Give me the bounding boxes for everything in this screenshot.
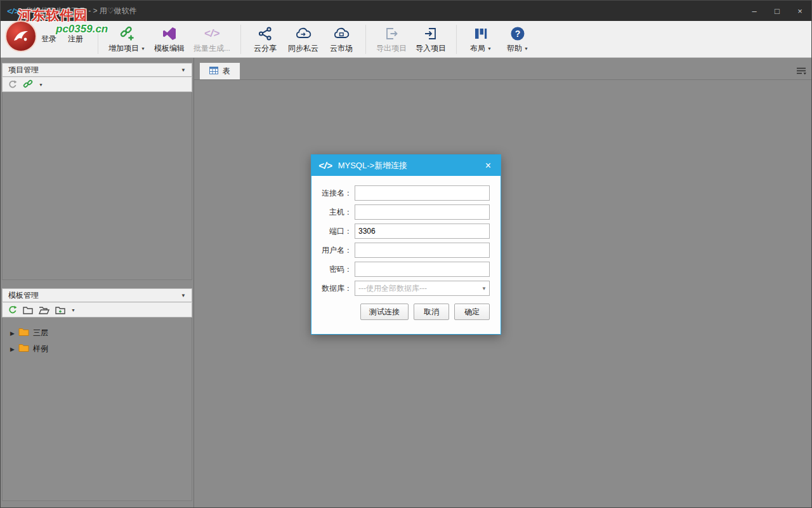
export-project-button: 导出项目: [372, 22, 411, 57]
cancel-button[interactable]: 取消: [414, 304, 449, 320]
folder-icon: [18, 328, 29, 338]
toolbar-separator: [240, 25, 241, 54]
link-connection-icon[interactable]: [23, 79, 33, 90]
project-panel-header[interactable]: 项目管理 ▼: [2, 63, 192, 77]
connection-name-label: 连接名：: [318, 188, 355, 199]
template-edit-button[interactable]: 模板编辑: [150, 22, 189, 57]
button-label: 导入项目: [416, 43, 446, 54]
dialog-title: MYSQL->新增连接: [338, 160, 407, 171]
template-panel-toolbar: ▼: [2, 302, 192, 318]
dialog-titlebar: </> MYSQL->新增连接 ×: [311, 155, 501, 176]
folder-icon: [18, 344, 29, 354]
visual-studio-icon: [162, 24, 177, 43]
minimize-icon[interactable]: –: [743, 1, 766, 21]
refresh-icon[interactable]: [8, 305, 17, 314]
help-button[interactable]: ? 帮助▼: [499, 22, 536, 57]
password-label: 密码：: [318, 264, 355, 275]
project-panel-toolbar: ▼: [2, 77, 192, 92]
toolbar-separator: [456, 25, 457, 54]
port-input[interactable]: [355, 224, 490, 239]
tab-label: 表: [223, 66, 230, 77]
ok-button[interactable]: 确定: [454, 304, 490, 320]
chevron-down-icon[interactable]: ▼: [39, 83, 43, 87]
test-connection-button[interactable]: 测试连接: [360, 304, 409, 320]
layout-grid-icon: [474, 24, 488, 43]
auth-area: 登录 注册: [41, 34, 83, 44]
refresh-icon[interactable]: [8, 80, 17, 89]
template-panel: 模板管理 ▼ ▼: [2, 288, 192, 501]
database-select[interactable]: ---使用全部数据库--- ▼: [355, 281, 490, 296]
button-label: 模板编辑: [154, 43, 185, 54]
chevron-down-icon: ▼: [141, 46, 145, 51]
tab-list-menu-icon[interactable]: [796, 67, 806, 77]
panel-title: 项目管理: [8, 65, 39, 76]
document-area[interactable]: [194, 80, 811, 507]
tree-item-label: 样例: [33, 344, 48, 354]
button-label: 同步私云: [288, 43, 318, 54]
help-icon: ?: [510, 24, 525, 43]
app-logo-icon: </>: [7, 6, 19, 16]
username-label: 用户名：: [318, 245, 355, 256]
username-input[interactable]: [355, 243, 490, 258]
button-label: 云市场: [330, 43, 353, 54]
expand-icon[interactable]: ▶: [10, 330, 15, 337]
expand-icon[interactable]: ▶: [10, 346, 15, 352]
code-icon: </>: [204, 24, 220, 43]
host-input[interactable]: [355, 204, 490, 220]
import-icon: [424, 24, 438, 43]
window-title: 华软代码生成工具 - > 用♡做软件: [25, 6, 137, 17]
login-button[interactable]: 登录: [41, 34, 56, 44]
cloud-sync-icon: [295, 24, 311, 43]
field-row: 主机：: [318, 204, 490, 220]
port-label: 端口：: [318, 226, 355, 237]
svg-text:?: ?: [515, 29, 521, 39]
tree-item-sample[interactable]: ▶ 样例: [3, 341, 192, 357]
layout-button[interactable]: 布局▼: [462, 22, 499, 57]
project-panel: 项目管理 ▼ ▼: [2, 63, 192, 280]
add-link-icon: [119, 24, 134, 43]
open-folder-icon[interactable]: [39, 306, 49, 314]
cloud-market-button[interactable]: 云市场: [323, 22, 360, 57]
register-button[interactable]: 注册: [68, 34, 83, 44]
folder-add-icon[interactable]: [55, 306, 65, 314]
toolbar-separator: [98, 25, 98, 54]
tab-table[interactable]: 表: [199, 62, 240, 79]
dialog-actions: 测试连接 取消 确定: [318, 304, 490, 320]
connection-name-input[interactable]: [355, 185, 490, 201]
dialog-close-icon[interactable]: ×: [483, 159, 494, 172]
button-label: 帮助: [507, 43, 522, 54]
database-select-value: ---使用全部数据库---: [358, 283, 481, 294]
cloud-share-button[interactable]: 云分享: [247, 22, 284, 57]
main-toolbar: 登录 注册 增加项目▼ 模板编辑: [1, 21, 811, 58]
export-icon: [384, 24, 398, 43]
chevron-down-icon[interactable]: ▼: [71, 308, 75, 312]
sync-private-cloud-button[interactable]: 同步私云: [284, 22, 323, 57]
chevron-down-icon: ▼: [524, 46, 528, 51]
sidebar: 项目管理 ▼ ▼ 模板管理 ▼: [1, 58, 194, 507]
template-tree-area: ▶ 三层 ▶ 样例: [2, 318, 192, 501]
button-label: 导出项目: [376, 43, 407, 54]
collapse-icon[interactable]: ▼: [181, 293, 186, 298]
project-tree-area[interactable]: [2, 92, 192, 280]
tab-bar: 表: [194, 63, 811, 80]
chevron-down-icon: ▼: [487, 46, 492, 51]
field-row: 用户名：: [318, 243, 490, 258]
close-icon[interactable]: ×: [789, 1, 811, 21]
button-label: 批量生成...: [193, 43, 230, 54]
content-area: 表: [194, 58, 811, 507]
template-panel-header[interactable]: 模板管理 ▼: [2, 288, 192, 302]
database-label: 数据库：: [318, 283, 355, 294]
import-project-button[interactable]: 导入项目: [411, 22, 450, 57]
chevron-down-icon: ▼: [481, 286, 487, 291]
add-project-button[interactable]: 增加项目▼: [104, 22, 150, 57]
batch-generate-button: </> 批量生成...: [189, 22, 235, 57]
field-row: 连接名：: [318, 185, 490, 201]
tree-item-three-tier[interactable]: ▶ 三层: [3, 325, 192, 341]
panel-title: 模板管理: [8, 290, 39, 301]
folder-icon[interactable]: [23, 306, 33, 314]
host-label: 主机：: [318, 207, 355, 218]
share-icon: [258, 24, 272, 43]
maximize-icon[interactable]: □: [766, 1, 789, 21]
collapse-icon[interactable]: ▼: [181, 67, 186, 73]
password-input[interactable]: [355, 262, 490, 277]
